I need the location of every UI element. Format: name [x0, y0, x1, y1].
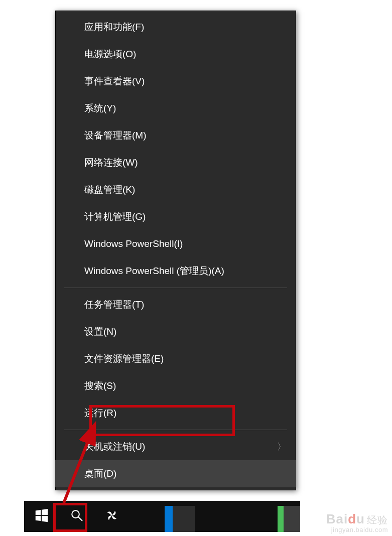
menu-item-run[interactable]: 运行(R) — [55, 399, 296, 427]
menu-item-label: 任务管理器(T) — [84, 299, 144, 311]
menu-item-file-explorer[interactable]: 文件资源管理器(E) — [55, 345, 296, 372]
watermark-brand: Bai — [326, 511, 348, 526]
menu-item-device-manager[interactable]: 设备管理器(M) — [55, 122, 296, 149]
menu-item-label: 设备管理器(M) — [84, 129, 146, 142]
menu-item-search[interactable]: 搜索(S) — [55, 372, 296, 399]
svg-marker-0 — [36, 510, 41, 515]
watermark: Baidu经验 jingyan.baidu.com — [326, 512, 388, 533]
svg-marker-3 — [42, 516, 48, 522]
menu-item-label: 磁盘管理(K) — [84, 184, 135, 196]
windows-logo-icon — [35, 508, 49, 524]
menu-separator — [64, 430, 287, 430]
taskbar-running-app[interactable] — [278, 506, 300, 532]
menu-item-desktop[interactable]: 桌面(D) — [55, 460, 296, 487]
menu-item-label: 桌面(D) — [84, 468, 116, 480]
menu-item-label: 系统(Y) — [84, 102, 116, 114]
menu-item-label: 事件查看器(V) — [84, 75, 145, 87]
menu-item-network-connections[interactable]: 网络连接(W) — [55, 149, 296, 176]
menu-item-disk-management[interactable]: 磁盘管理(K) — [55, 176, 296, 203]
menu-item-powershell-admin[interactable]: Windows PowerShell (管理员)(A) — [55, 257, 296, 285]
menu-item-label: 计算机管理(G) — [84, 211, 146, 223]
svg-marker-2 — [36, 516, 41, 521]
menu-item-label: 电源选项(O) — [84, 48, 136, 60]
pinwheel-icon — [104, 508, 119, 525]
watermark-brand-cn: 经验 — [367, 514, 388, 525]
menu-item-label: 设置(N) — [84, 326, 116, 338]
taskbar — [24, 501, 300, 532]
watermark-url: jingyan.baidu.com — [326, 526, 388, 533]
search-icon — [70, 509, 83, 524]
menu-item-system[interactable]: 系统(Y) — [55, 95, 296, 122]
menu-item-label: 应用和功能(F) — [84, 21, 144, 33]
winx-context-menu: 应用和功能(F) 电源选项(O) 事件查看器(V) 系统(Y) 设备管理器(M)… — [55, 11, 296, 490]
watermark-brand-accent: d — [348, 511, 356, 526]
menu-item-settings[interactable]: 设置(N) — [55, 318, 296, 345]
menu-item-label: Windows PowerShell(I) — [84, 238, 183, 250]
menu-item-label: 文件资源管理器(E) — [84, 353, 164, 365]
menu-item-power-options[interactable]: 电源选项(O) — [55, 41, 296, 68]
taskbar-search-button[interactable] — [59, 501, 94, 532]
menu-item-shutdown-signout[interactable]: 关机或注销(U) 〉 — [55, 433, 296, 460]
menu-item-computer-management[interactable]: 计算机管理(G) — [55, 203, 296, 230]
menu-item-label: 关机或注销(U) — [84, 441, 145, 453]
menu-item-label: 运行(R) — [84, 407, 116, 419]
taskbar-running-app[interactable] — [165, 506, 195, 532]
menu-item-label: 搜索(S) — [84, 380, 116, 392]
menu-item-apps-features[interactable]: 应用和功能(F) — [55, 14, 296, 41]
taskbar-app-button[interactable] — [94, 501, 129, 532]
svg-line-5 — [78, 517, 82, 520]
menu-item-powershell[interactable]: Windows PowerShell(I) — [55, 230, 296, 257]
menu-item-task-manager[interactable]: 任务管理器(T) — [55, 291, 296, 318]
chevron-right-icon: 〉 — [277, 441, 286, 453]
svg-marker-1 — [42, 509, 48, 515]
start-button[interactable] — [24, 501, 59, 532]
watermark-brand: u — [356, 511, 365, 526]
menu-separator — [64, 288, 287, 288]
menu-item-label: 网络连接(W) — [84, 157, 138, 169]
menu-item-event-viewer[interactable]: 事件查看器(V) — [55, 68, 296, 95]
menu-item-label: Windows PowerShell (管理员)(A) — [84, 265, 224, 277]
